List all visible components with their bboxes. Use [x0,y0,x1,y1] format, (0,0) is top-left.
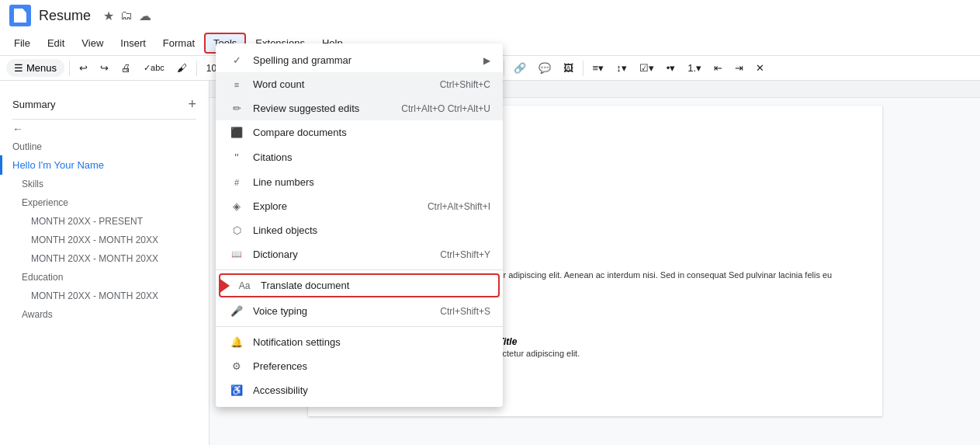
title-bar: Resume ★ 🗂 ☁ [0,0,980,31]
review-shortcut: Ctrl+Alt+O Ctrl+Alt+U [401,103,490,114]
notifications-label: Notification settings [253,336,490,348]
sidebar-summary-label: Summary [12,99,56,110]
notifications-icon: 🔔 [228,336,245,348]
numbered-button[interactable]: 1.▾ [683,59,706,77]
preferences-label: Preferences [253,360,490,372]
menu-review-edits[interactable]: ✏ Review suggested edits Ctrl+Alt+O Ctrl… [216,96,503,120]
menu-spelling[interactable]: ✓ Spelling and grammar ▶ [216,48,503,72]
menu-explore[interactable]: ◈ Explore Ctrl+Alt+Shift+I [216,194,503,218]
menu-format[interactable]: Format [155,34,203,52]
sep2 [196,61,197,76]
review-icon: ✏ [228,103,245,114]
menus-label: Menus [26,62,57,74]
bullets-button[interactable]: •▾ [662,59,680,77]
spacing-button[interactable]: ↕▾ [611,59,632,77]
sep7 [504,61,504,76]
sep8 [583,61,583,76]
outline-item-education[interactable]: Education [0,268,209,287]
linkedobjects-icon: ⬡ [228,224,245,236]
menu-wordcount[interactable]: ≡ Word count Ctrl+Shift+C [216,72,503,96]
sep1 [69,61,70,76]
citations-icon: " [228,151,245,164]
spelling-arrow: ▶ [483,55,490,66]
citations-label: Citations [253,151,490,163]
spelling-label: Spelling and grammar [253,54,483,66]
dictionary-label: Dictionary [253,249,440,260]
menu-dictionary[interactable]: 📖 Dictionary Ctrl+Shift+Y [216,242,503,266]
cloud-icon[interactable]: ☁ [139,9,151,23]
menu-file[interactable]: File [6,34,38,52]
menu-citations[interactable]: " Citations [216,144,503,170]
dictionary-icon: 📖 [228,249,245,259]
voicetyping-icon: 🎤 [228,305,245,317]
red-arrow-indicator [219,278,230,294]
spellcheck-button[interactable]: ✓abc [139,60,169,76]
preferences-icon: ⚙ [228,360,245,372]
outline-item-awards[interactable]: Awards [0,305,209,324]
menus-icon: ☰ [14,62,23,74]
comment-button[interactable]: 💬 [534,59,556,77]
menu-voicetyping[interactable]: 🎤 Voice typing Ctrl+Shift+S [216,299,503,323]
outline-item-edu1[interactable]: MONTH 20XX - MONTH 20XX [0,287,209,305]
wordcount-shortcut: Ctrl+Shift+C [440,79,490,90]
sidebar-add-button[interactable]: + [188,96,196,113]
compare-label: Compare documents [253,127,490,138]
menu-insert[interactable]: Insert [113,34,154,52]
outline-item-experience[interactable]: Experience [0,193,209,212]
outline-item-name[interactable]: Hello I'm Your Name [0,155,209,175]
translate-label: Translate document [261,280,489,291]
undo-button[interactable]: ↩ [74,59,92,77]
menu-compare[interactable]: ⬛ Compare documents [216,120,503,144]
menu-preferences[interactable]: ⚙ Preferences [216,354,503,378]
menu-translate[interactable]: Aa Translate document [219,273,500,297]
compare-icon: ⬛ [228,127,245,138]
voicetyping-label: Voice typing [253,305,440,317]
menu-edit[interactable]: Edit [40,34,72,52]
accessibility-label: Accessibility [253,384,490,396]
menu-accessibility[interactable]: ♿ Accessibility [216,378,503,402]
indent-inc-button[interactable]: ⇥ [730,59,748,77]
align-button[interactable]: ≡▾ [588,59,609,77]
voicetyping-shortcut: Ctrl+Shift+S [440,306,490,317]
explore-shortcut: Ctrl+Alt+Shift+I [428,201,490,212]
dictionary-shortcut: Ctrl+Shift+Y [440,249,490,260]
star-icon[interactable]: ★ [103,9,114,23]
checklist-button[interactable]: ☑▾ [635,59,659,77]
clear-format-button[interactable]: ✕ [751,59,769,77]
spelling-icon: ✓ [228,54,245,66]
sidebar-back-button[interactable]: ← [12,123,196,135]
outline-item-exp3[interactable]: MONTH 20XX - MONTH 20XX [0,249,209,268]
sidebar: Summary + ← Outline Hello I'm Your Name … [0,81,210,445]
menu-linenumbers[interactable]: # Line numbers [216,170,503,194]
menu-notifications[interactable]: 🔔 Notification settings [216,330,503,354]
linenumbers-icon: # [228,178,245,187]
wordcount-label: Word count [253,78,440,90]
image-button[interactable]: 🖼 [559,59,578,77]
title-icons: ★ 🗂 ☁ [103,9,151,23]
menu-view[interactable]: View [74,34,111,52]
app-icon [9,5,31,26]
linenumbers-label: Line numbers [253,176,490,188]
outline-label: Outline [0,138,209,155]
link-button[interactable]: 🔗 [509,59,531,77]
outline-item-skills[interactable]: Skills [0,175,209,193]
menus-button[interactable]: ☰ Menus [6,59,64,77]
outline-item-exp2[interactable]: MONTH 20XX - MONTH 20XX [0,231,209,249]
paintformat-button[interactable]: 🖌 [172,59,192,77]
explore-label: Explore [253,200,428,212]
review-label: Review suggested edits [253,103,401,114]
redo-button[interactable]: ↪ [95,59,113,77]
menu-linkedobjects[interactable]: ⬡ Linked objects [216,218,503,242]
document-title[interactable]: Resume [39,8,91,24]
translate-icon: Aa [236,280,253,291]
indent-dec-button[interactable]: ⇤ [709,59,727,77]
accessibility-icon: ♿ [228,384,245,396]
outline-item-exp1[interactable]: MONTH 20XX - PRESENT [0,212,209,231]
print-button[interactable]: 🖨 [116,59,136,77]
tools-dropdown-menu: ✓ Spelling and grammar ▶ ≡ Word count Ct… [216,43,503,407]
folder-icon[interactable]: 🗂 [120,9,133,23]
divider2 [216,326,503,327]
back-icon: ← [12,123,23,135]
explore-icon: ◈ [228,200,245,212]
divider1 [216,269,503,270]
